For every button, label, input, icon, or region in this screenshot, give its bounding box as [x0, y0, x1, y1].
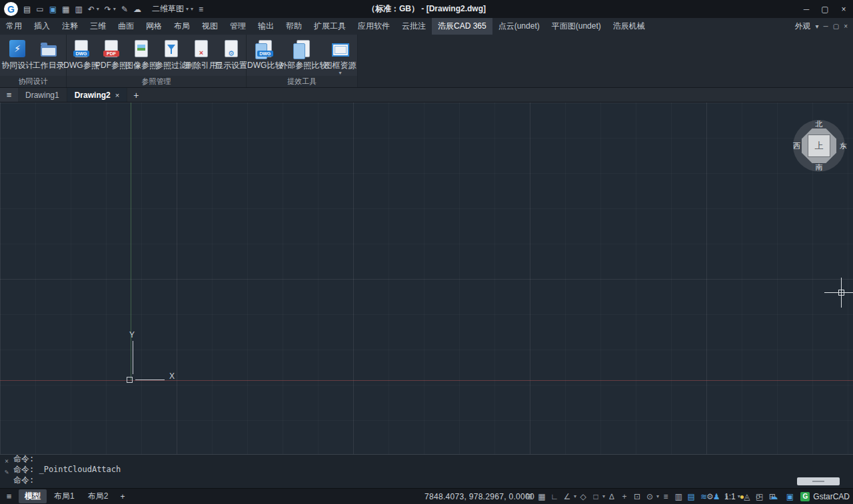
display-settings-button[interactable]: ⚙ 显示设置: [217, 37, 247, 72]
remove-xref-button[interactable]: × 删除引用: [187, 37, 217, 72]
plot-icon[interactable]: ▥: [75, 5, 82, 14]
compass-north[interactable]: 北: [816, 119, 823, 129]
open-folder-icon[interactable]: ▭: [36, 5, 43, 14]
layout1-tab[interactable]: 布局1: [48, 489, 81, 503]
new-layout-button[interactable]: +: [115, 492, 130, 501]
appearance-menu[interactable]: 外观: [795, 21, 811, 32]
mdi-close-button[interactable]: ×: [844, 23, 848, 30]
undo-dropdown-icon[interactable]: ▾: [97, 6, 99, 12]
ucs-y-label: Y: [129, 330, 135, 340]
frame-resource-button[interactable]: 图框资源 ▾: [325, 37, 355, 76]
restore-button[interactable]: ▢: [816, 0, 834, 18]
new-drawing-button[interactable]: +: [127, 88, 145, 102]
settings-gear-icon[interactable]: ⚙: [704, 492, 715, 501]
ribbon-tab[interactable]: 帮助: [280, 18, 308, 35]
save-as-icon[interactable]: ▦: [62, 5, 69, 14]
ortho-icon[interactable]: ∟: [549, 492, 560, 501]
cycling-dropdown-icon[interactable]: ▾: [656, 493, 659, 499]
ribbon-tab[interactable]: 点云(undet): [492, 18, 546, 35]
ribbon-tab[interactable]: 常用: [0, 18, 28, 35]
close-tab-icon[interactable]: ×: [115, 91, 119, 99]
ribbon-tab[interactable]: 布局: [168, 18, 196, 35]
ribbon-tab[interactable]: 管理: [224, 18, 252, 35]
mdi-restore-button[interactable]: ▢: [833, 23, 839, 30]
isometric-draft-icon[interactable]: ◇: [578, 492, 588, 501]
pdf-xref-button[interactable]: PDF PDF参照: [97, 37, 127, 72]
cloud-icon[interactable]: ☁: [133, 5, 141, 14]
redo-icon[interactable]: ↷: [105, 5, 111, 14]
work-directory-button[interactable]: 工作目录: [33, 37, 65, 72]
pencil-icon[interactable]: ✎: [121, 5, 128, 14]
object-snap-tracking-icon[interactable]: ∆: [606, 492, 617, 501]
ribbon-tab[interactable]: 视图: [196, 18, 224, 35]
ribbon-tab[interactable]: 三维: [84, 18, 112, 35]
ribbon-tab[interactable]: 曲面: [112, 18, 140, 35]
ribbon-tab-active[interactable]: 浩辰CAD 365: [432, 18, 492, 35]
dwg-compare-button[interactable]: DWG DWG比较: [249, 37, 282, 72]
model-tab[interactable]: 模型: [19, 489, 47, 503]
save-icon[interactable]: ▣: [49, 5, 57, 14]
selection-cycling-icon[interactable]: ⊙: [644, 492, 655, 501]
compass-east[interactable]: 东: [840, 141, 847, 151]
minimize-button[interactable]: ─: [797, 0, 816, 18]
close-button[interactable]: ×: [834, 0, 853, 18]
xref-compare-button[interactable]: 外部参照比较: [282, 37, 325, 72]
document-menu-icon[interactable]: ≡: [0, 88, 18, 102]
lineweight-icon[interactable]: ≡: [660, 492, 671, 501]
command-scrollbar-thumb[interactable]: [797, 477, 840, 485]
qat-overflow-icon[interactable]: ≡: [199, 5, 203, 14]
layout2-tab[interactable]: 布局2: [82, 489, 115, 503]
ucs-x-axis: [135, 379, 165, 380]
ribbon-tab[interactable]: 平面图(undet): [546, 18, 607, 35]
undo-icon[interactable]: ↶: [88, 5, 95, 14]
snap-icon[interactable]: ▦: [536, 492, 547, 501]
polar-dropdown-icon[interactable]: ▾: [574, 493, 576, 499]
transparency-icon[interactable]: ▥: [673, 492, 684, 501]
dynamic-ucs-icon[interactable]: ⊡: [632, 492, 642, 501]
layer-icon[interactable]: ▤: [686, 492, 696, 501]
osnap-dropdown-icon[interactable]: ▾: [602, 493, 605, 499]
command-close-icon[interactable]: ×: [5, 457, 9, 465]
compass-south[interactable]: 南: [816, 162, 823, 172]
monitor-icon[interactable]: ▣: [784, 492, 795, 501]
ribbon-tab[interactable]: 应用软件: [352, 18, 396, 35]
workspace-dropdown-icon[interactable]: ▾: [186, 6, 189, 12]
cloud-service-icon[interactable]: ☁: [768, 492, 779, 501]
ribbon-tab[interactable]: 注释: [56, 18, 84, 35]
dwg-xref-button[interactable]: DWG DWG参照: [67, 37, 97, 72]
view-compass[interactable]: 上 北 南 西 东: [793, 120, 845, 172]
appearance-dropdown-icon[interactable]: ▾: [816, 23, 819, 30]
ribbon-tab[interactable]: 输出: [252, 18, 280, 35]
redo-dropdown-icon[interactable]: ▾: [113, 6, 116, 12]
frame-resource-dropdown-icon[interactable]: ▾: [339, 71, 341, 75]
ribbon-tab[interactable]: 浩辰机械: [607, 18, 651, 35]
command-history[interactable]: 命令: 命令: 命令: _PointCloudAttach 命令:: [13, 455, 853, 488]
ribbon-tab[interactable]: 扩展工具: [308, 18, 352, 35]
image-xref-button[interactable]: 图像参照: [127, 37, 157, 72]
workspace-switcher[interactable]: 二维草图: [152, 3, 184, 15]
ribbon-tab[interactable]: 网格: [140, 18, 168, 35]
command-edit-icon[interactable]: ✎: [5, 468, 9, 475]
object-snap-icon[interactable]: □: [590, 492, 601, 501]
new-file-icon[interactable]: ▤: [23, 5, 31, 14]
document-tab-drawing1[interactable]: Drawing1: [18, 88, 67, 102]
compass-top-face[interactable]: 上: [808, 134, 830, 157]
ribbon-tab[interactable]: 云批注: [396, 18, 432, 35]
compass-west[interactable]: 西: [793, 141, 800, 151]
status-ring-icon[interactable]: ○: [752, 492, 763, 501]
qat-customize-icon[interactable]: ▾: [191, 6, 193, 12]
command-prompt-line[interactable]: 命令:: [13, 475, 853, 485]
xref-filter-button[interactable]: 参照过滤: [157, 37, 187, 72]
drawing-canvas[interactable]: Y X 上 北 南 西 东: [0, 103, 853, 454]
document-tab-drawing2[interactable]: Drawing2 ×: [67, 88, 127, 102]
collab-design-button[interactable]: ⚡ 协同设计: [2, 37, 33, 72]
bulb-icon[interactable]: ●: [736, 492, 747, 501]
command-line-panel[interactable]: × ✎ 命令: 命令: 命令: _PointCloudAttach 命令:: [0, 454, 853, 488]
theme-icon[interactable]: ◑: [720, 492, 731, 501]
polar-tracking-icon[interactable]: ∠: [562, 492, 572, 501]
ribbon-tab[interactable]: 插入: [28, 18, 56, 35]
layout-menu-icon[interactable]: ≡: [0, 491, 18, 501]
dynamic-input-icon[interactable]: +: [619, 492, 630, 501]
grid-icon[interactable]: ⊞: [524, 492, 534, 501]
mdi-minimize-button[interactable]: ─: [824, 23, 828, 30]
